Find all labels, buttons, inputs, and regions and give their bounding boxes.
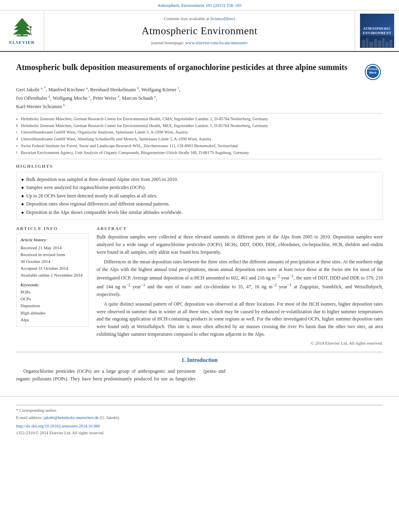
- email-suffix: (G. Jakobi).: [100, 415, 120, 420]
- journal-logo-area: ATMOSPHERIC ENVIRONMENT: [355, 10, 399, 51]
- affil-sup-f: f: [16, 150, 21, 156]
- article-area: Atmospheric bulk deposition measurements…: [0, 52, 399, 388]
- abstract-para-1: Bulk deposition samples were collected a…: [97, 233, 383, 256]
- affil-b: b Helmholtz Zentrum München, German Rese…: [16, 123, 383, 129]
- journal-logo-box: ATMOSPHERIC ENVIRONMENT: [360, 14, 394, 48]
- affil-text-b: Helmholtz Zentrum München, German Resear…: [21, 123, 268, 129]
- elsevier-brand-label: ELSEVIER: [9, 39, 35, 45]
- highlight-bullet-1: ◆: [21, 177, 24, 183]
- article-title-container: Atmospheric bulk deposition measurements…: [16, 62, 357, 72]
- highlight-4: ◆ Deposition rates show regional differe…: [21, 200, 378, 208]
- author-4: Wolfgang Körner f: [142, 87, 179, 92]
- author-8: Marcus Schaub e: [122, 95, 156, 101]
- svg-rect-13: [369, 42, 373, 48]
- keyword-2: OCPs: [21, 296, 84, 302]
- elsevier-logo: ELSEVIER: [8, 16, 36, 45]
- abstract-section: ABSTRACT Bulk deposition samples were co…: [97, 226, 383, 347]
- affil-d: d Umweltbundesamt GmbH Wien, Abteilung S…: [16, 136, 383, 143]
- keyword-4: High altitudes: [21, 310, 84, 316]
- article-info-abstract-area: ARTICLE INFO Article history: Received 2…: [16, 226, 383, 347]
- keyword-1: POPs: [21, 289, 84, 296]
- intro-para-1: Organochlorine pesticides (OCPs) are a l…: [16, 368, 383, 382]
- journal-title: Atmospheric Environment: [142, 24, 257, 38]
- journal-header: ELSEVIER Contents lists available at Sci…: [0, 10, 399, 52]
- article-title-section: Atmospheric bulk deposition measurements…: [16, 58, 383, 80]
- highlight-text-2: Samples were analyzed for organochlorine…: [26, 183, 146, 191]
- introduction-section: 1. Introduction Organochlorine pesticide…: [16, 356, 383, 382]
- email-line: E-mail address: jakobi@helmholtz-muenche…: [16, 415, 383, 421]
- highlight-text-3: Up to 28 OCPs have been detected mostly …: [26, 192, 157, 200]
- highlight-2: ◆ Samples were analyzed for organochlori…: [21, 183, 378, 191]
- keyword-5: Alps: [21, 316, 84, 323]
- highlight-text-5: Deposition in the Alps shows comparable …: [26, 208, 183, 216]
- svg-marker-4: [13, 27, 31, 35]
- keywords-list: POPs OCPs Deposition High altitudes Alps: [21, 289, 84, 323]
- received-revised-date: 30 October 2014: [21, 259, 50, 264]
- received-line: Received 21 May 2014: [21, 244, 84, 251]
- homepage-label: journal homepage:: [151, 40, 184, 45]
- highlights-section: HIGHLIGHTS ◆ Bulk deposition was sampled…: [16, 163, 383, 220]
- authors-line: Gert Jakobi a, *, Manfred Kirchner a, Be…: [16, 85, 383, 110]
- page: Atmospheric Environment 101 (2015) 158–1…: [0, 0, 399, 440]
- svg-rect-14: [374, 39, 377, 48]
- doi-link[interactable]: http://dx.doi.org/10.1016/j.atmosenv.201…: [16, 424, 100, 428]
- author-2: Manfred Kirchner a: [48, 87, 88, 92]
- author-9: Karl-Werner Schramm b: [16, 104, 65, 109]
- highlight-5: ◆ Deposition in the Alps shows comparabl…: [21, 208, 378, 216]
- crossmark-icon: Cross Mark: [365, 64, 381, 80]
- svg-point-5: [29, 26, 32, 29]
- svg-rect-18: [389, 40, 392, 48]
- keywords-title: Keywords:: [21, 282, 84, 288]
- highlight-bullet-3: ◆: [21, 193, 24, 199]
- author-5: Ivo Offenthaler d: [16, 95, 50, 101]
- affil-text-d: Umweltbundesamt GmbH Wien, Abteilung Sch…: [21, 136, 211, 143]
- keyword-3: Deposition: [21, 302, 84, 309]
- abstract-text: Bulk deposition samples were collected a…: [97, 233, 383, 338]
- highlights-box: ◆ Bulk deposition was sampled at three e…: [16, 172, 383, 220]
- affil-text-e: Swiss Federal Institute for Forest, Snow…: [21, 143, 238, 150]
- email-link[interactable]: jakobi@helmholtz-muenchen.de: [43, 415, 99, 420]
- highlight-text-4: Deposition rates show regional differenc…: [26, 200, 170, 208]
- elsevier-tree-icon: [8, 16, 36, 38]
- author-7: Peter Weiss d: [93, 95, 119, 101]
- affil-sup-a: a: [16, 116, 21, 123]
- highlight-bullet-5: ◆: [21, 210, 24, 216]
- author-3: Bernhard Henkelmann b: [90, 87, 139, 92]
- corresponding-text: Corresponding author.: [19, 408, 57, 413]
- journal-header-center: Contents lists available at ScienceDirec…: [44, 10, 355, 51]
- intro-section-title: 1. Introduction: [16, 356, 383, 364]
- svg-rect-16: [382, 38, 385, 48]
- article-info-box: Article history: Received 21 May 2014 Re…: [16, 233, 88, 327]
- affil-a: a Helmholtz Zentrum München, German Rese…: [16, 116, 383, 123]
- highlights-label: HIGHLIGHTS: [16, 163, 383, 169]
- highlight-1: ◆ Bulk deposition was sampled at three e…: [21, 175, 378, 183]
- author-6: Wolfgang Moche c: [53, 95, 90, 101]
- abstract-label: ABSTRACT: [97, 226, 383, 232]
- svg-rect-1: [16, 35, 28, 37]
- copyright-line: © 2014 Elsevier Ltd. All rights reserved…: [97, 340, 383, 346]
- section-divider: [16, 352, 383, 352]
- svg-rect-11: [362, 40, 365, 48]
- contents-available-line: Contents lists available at ScienceDirec…: [164, 16, 235, 22]
- svg-rect-12: [366, 38, 368, 48]
- highlight-text-1: Bulk deposition was sampled at three ele…: [26, 175, 178, 183]
- svg-text:Cross: Cross: [368, 67, 378, 71]
- author-1: Gert Jakobi a, *: [16, 87, 46, 92]
- footer-area: * Corresponding author. E-mail address: …: [0, 396, 399, 440]
- logo-title-line1: ATMOSPHERIC ENVIRONMENT: [363, 27, 391, 35]
- svg-rect-15: [378, 41, 381, 48]
- affil-e: e Swiss Federal Institute for Forest, Sn…: [16, 143, 383, 150]
- corresponding-star: *: [16, 408, 19, 413]
- city-silhouette-icon: [360, 36, 394, 48]
- received-revised-label: Received in revised form: [21, 252, 65, 257]
- homepage-url[interactable]: www.elsevier.com/locate/atmosenv: [185, 40, 248, 45]
- affil-text-a: Helmholtz Zentrum München, German Resear…: [21, 116, 268, 123]
- highlight-bullet-2: ◆: [21, 185, 24, 191]
- intro-text: Organochlorine pesticides (OCPs) are a l…: [16, 368, 383, 382]
- affil-sup-b: b: [16, 123, 21, 129]
- article-history-title: Article history:: [21, 237, 84, 243]
- received-revised-line: Received in revised form 30 October 2014: [21, 251, 84, 265]
- crossmark-badge: Cross Mark: [363, 64, 383, 80]
- svg-text:Mark: Mark: [369, 71, 377, 74]
- sciencedirect-link[interactable]: ScienceDirect: [210, 16, 235, 21]
